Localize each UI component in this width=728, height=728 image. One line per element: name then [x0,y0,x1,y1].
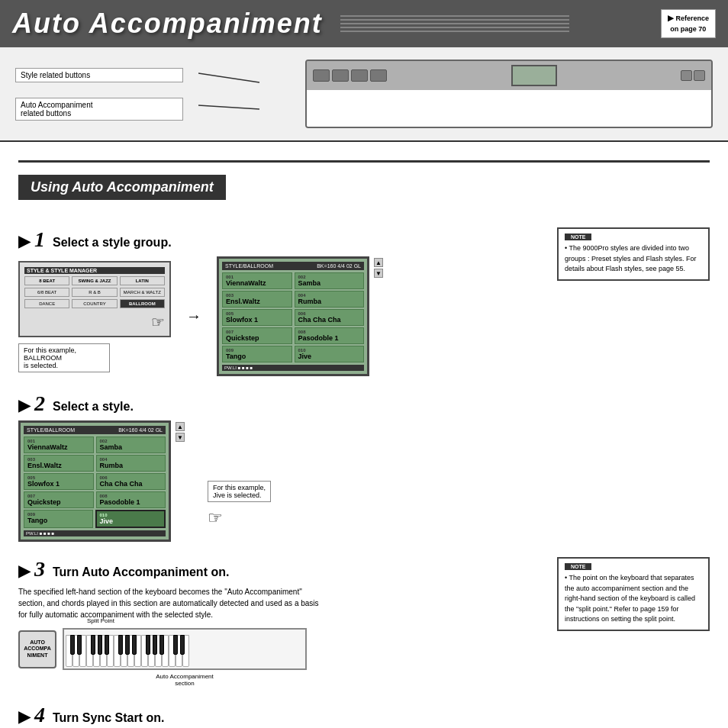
display2-row-3: 005Slowfox 1 006Cha Cha Cha [24,473,166,490]
note-header-3: NOTE [565,563,591,570]
step-1-title: Select a style group. [53,236,172,250]
display-cell-vienna[interactable]: 001ViennaWaltz [222,272,292,289]
step-4-title: Turn Sync Start on. [53,711,164,725]
split-point-label: Split Point [87,617,114,624]
display-footer-1: PW.LI ■ ■ ■ ■ [222,365,364,371]
step-1-number: 1 [34,227,45,252]
step-1-example-label: For this example, BALLROOM is selected. [18,343,110,372]
step-1-arrow-right: → [180,308,208,325]
step-2-display: STYLE/BALLROOM BK=160 4/4 02 GL 001Vienn… [18,420,186,542]
display-row-4: 007Quickstep 008Pasodoble 1 [222,327,364,344]
display-footer-text-1: PW.LI ■ ■ ■ ■ [224,366,253,370]
step-3-arrow-icon: ▶ [18,562,30,580]
display-title-1: STYLE/BALLROOM [225,263,273,269]
display2-cell-vienna[interactable]: 001ViennaWaltz [24,436,94,453]
step-3: ▶ 3 Turn Auto Accompaniment on. The spec… [18,557,710,688]
step-1: ▶ 1 Select a style group. STYLE & STYLE … [18,227,710,376]
display-cell-cha-cha[interactable]: 006Cha Cha Cha [295,309,365,326]
style-btn-ballroom[interactable]: BALLROOM [120,299,165,308]
page-header: Auto Accompaniment ▶ Reference on page 7… [0,0,728,47]
display2-footer: PW.LI ■ ■ ■ ■ [24,530,166,536]
step-3-number: 3 [34,557,45,581]
note-header-1: NOTE [565,234,591,240]
scroll-down-1[interactable]: ▼ [374,269,383,278]
step-4-number: 4 [34,703,45,727]
display2-cell-jive[interactable]: 010Jive [95,510,166,528]
style-btn-dance[interactable]: DANCE [24,299,69,308]
page-title: Auto Accompaniment [12,8,323,39]
step-1-diagram: STYLE & STYLE MANAGER 8 BEAT SWING & JAZ… [18,256,542,376]
display-row-3: 005Slowfox 1 006Cha Cha Cha [222,309,364,326]
display-cell-rumba[interactable]: 004Rumba [295,291,365,308]
display2-cell-samba[interactable]: 002Samba [96,436,166,453]
step-1-heading: ▶ 1 Select a style group. [18,227,542,252]
header-decorative-lines [340,8,569,40]
step-2: ▶ 2 Select a style. STYLE/BALLROOM BK=16… [18,391,710,542]
svg-line-1 [198,105,259,109]
step-4: ▶ 4 Turn Sync Start on. The beat lamp al… [18,703,710,728]
display-header-1: STYLE/BALLROOM BK=160 4/4 02 GL [222,262,364,270]
section-divider [18,160,710,163]
display-scrollbar-1[interactable]: ▲ ▼ [372,256,385,376]
display-info-2: BK=160 4/4 02 GL [118,427,163,433]
display-title-2: STYLE/BALLROOM [27,427,75,433]
display2-cell-chacha[interactable]: 006Cha Cha Cha [96,473,166,490]
step-2-main: ▶ 2 Select a style. STYLE/BALLROOM BK=16… [18,391,542,542]
step-2-heading: ▶ 2 Select a style. [18,391,542,416]
style-btn-country[interactable]: COUNTRY [72,299,117,308]
style-btn-latin[interactable]: LATIN [120,276,165,285]
style-btn-swing-jazz[interactable]: SWING & JAZZ [72,276,117,285]
step-1-display: STYLE/BALLROOM BK=160 4/4 02 GL 001Vienn… [217,256,385,376]
style-btn-rnb[interactable]: R & B [72,288,117,297]
display2-cell-slowfox[interactable]: 005Slowfox 1 [24,473,94,490]
auto-acc-button[interactable]: AUTOACCOMPANIMENT [18,630,56,668]
display-scrollbar-2[interactable]: ▲ ▼ [174,420,186,542]
scroll-down-2[interactable]: ▼ [176,433,185,442]
display-header-2: STYLE/BALLROOM BK=160 4/4 02 GL [24,426,166,434]
display2-row-1: 001ViennaWaltz 002Samba [24,436,166,453]
step-3-title: Turn Auto Accompaniment on. [53,565,229,579]
style-btn-68beat[interactable]: 6/8 BEAT [24,288,69,297]
display2-cell-quickstep[interactable]: 007Quickstep [24,491,94,508]
auto-acc-buttons-label: Auto Accompaniment related buttons [15,98,183,121]
display2-cell-ensl[interactable]: 003Ensl.Waltz [24,455,94,472]
keyboard-line-step3: ▼ [63,628,307,670]
display-row-2: 003Ensl.Waltz 004Rumba [222,291,364,308]
display2-cell-pasodoble[interactable]: 008Pasodoble 1 [96,491,166,508]
note-text-1: • The 9000Pro styles are divided into tw… [565,243,702,275]
step-2-diagram: STYLE/BALLROOM BK=160 4/4 02 GL 001Vienn… [18,420,542,542]
step-4-arrow-icon: ▶ [18,707,30,726]
step-1-note: NOTE • The 9000Pro styles are divided in… [557,227,710,281]
step-3-desc: The specified left-hand section of the k… [18,586,324,620]
display-cell-ensl-waltz[interactable]: 003Ensl.Waltz [222,291,292,308]
display-cell-jive[interactable]: 010Jive [295,346,365,362]
connector-lines [198,60,290,128]
style-btn-march-waltz[interactable]: MARCH & WALTZ [120,288,165,297]
main-content: Using Auto Accompaniment ▶ 1 Select a st… [0,142,728,728]
display-cell-pasodoble[interactable]: 008Pasodoble 1 [295,327,365,344]
finger-icon-step1[interactable]: ☞ [151,313,165,331]
style-btn-8beat[interactable]: 8 BEAT [24,276,69,285]
display2-cell-tango[interactable]: 009Tango [24,510,93,528]
finger-icon-step2[interactable]: ☞ [208,508,223,528]
display2-cell-rumba[interactable]: 004Rumba [96,455,166,472]
style-manager-label: STYLE & STYLE MANAGER [24,267,165,274]
display-cell-quickstep[interactable]: 007Quickstep [222,327,292,344]
step-1-main: ▶ 1 Select a style group. STYLE & STYLE … [18,227,542,376]
step-4-main: ▶ 4 Turn Sync Start on. The beat lamp al… [18,703,542,728]
step-2-arrow-icon: ▶ [18,396,30,414]
display-cell-slowfox[interactable]: 005Slowfox 1 [222,309,292,326]
svg-line-0 [198,73,259,82]
display-cell-tango[interactable]: 009Tango [222,346,292,362]
scroll-up-2[interactable]: ▲ [176,422,185,431]
display-row-1: 001ViennaWaltz 002Samba [222,272,364,289]
step-3-keyboard-diagram: Split Point AUTOACCOMPANIMENT ▼ [18,628,307,687]
split-arrow: ▼ [140,628,148,629]
display-cell-samba[interactable]: 002Samba [295,272,365,289]
scroll-up-1[interactable]: ▲ [374,258,383,267]
display-row-5: 009Tango 010Jive [222,346,364,362]
step-4-heading: ▶ 4 Turn Sync Start on. [18,703,542,727]
step-2-callout: For this example, Jive is selected. ☞ [208,435,271,528]
section-title: Using Auto Accompaniment [18,175,226,200]
step-3-heading: ▶ 3 Turn Auto Accompaniment on. [18,557,542,581]
